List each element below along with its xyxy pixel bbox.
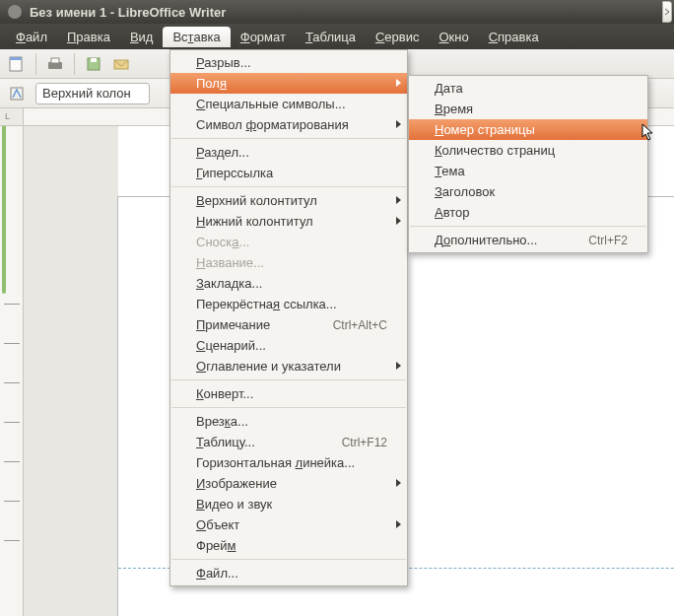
submenu-arrow-icon bbox=[396, 196, 401, 204]
insert-item-16[interactable]: Оглавление и указатели bbox=[170, 356, 407, 376]
menu-item-label: Гиперссылка bbox=[196, 166, 273, 180]
menu-item-label: Файл... bbox=[196, 566, 238, 581]
menu-item-label: Разрыв... bbox=[196, 55, 251, 70]
fields-item-2[interactable]: Номер страницы bbox=[409, 119, 647, 140]
styles-button[interactable] bbox=[6, 83, 28, 104]
menu-separator bbox=[171, 407, 406, 408]
insert-item-1[interactable]: Поля bbox=[170, 73, 407, 94]
fields-item-4[interactable]: Тема bbox=[409, 161, 647, 181]
menu-separator bbox=[171, 559, 406, 560]
titlebar: Без имени 1 - LibreOffice Writer bbox=[0, 0, 674, 24]
menu-item-label: Название... bbox=[196, 255, 264, 270]
submenu-arrow-icon bbox=[396, 79, 401, 87]
submenu-arrow-icon bbox=[396, 520, 401, 528]
insert-item-28[interactable]: Файл... bbox=[170, 563, 407, 583]
menu-separator bbox=[171, 379, 406, 380]
fields-item-6[interactable]: Автор bbox=[409, 202, 647, 223]
menu-вид[interactable]: Вид bbox=[120, 27, 164, 47]
menu-item-label: Перекрёстная ссылка... bbox=[196, 297, 337, 311]
menu-сервис[interactable]: Сервис bbox=[366, 27, 430, 47]
menu-item-label: Заголовок bbox=[435, 184, 495, 199]
menu-item-label: Дополнительно... bbox=[435, 233, 537, 247]
insert-item-3[interactable]: Символ форматирования bbox=[170, 114, 407, 135]
menu-формат[interactable]: Формат bbox=[231, 27, 296, 47]
submenu-arrow-icon bbox=[396, 120, 401, 128]
insert-item-5[interactable]: Раздел... bbox=[170, 142, 407, 163]
menu-item-label: Объект bbox=[196, 517, 239, 532]
menu-shortcut: Ctrl+F2 bbox=[565, 234, 628, 247]
svg-rect-5 bbox=[91, 58, 97, 62]
menu-item-label: Количество страниц bbox=[435, 143, 555, 158]
submenu-arrow-icon bbox=[396, 217, 401, 225]
menu-item-label: Врезка... bbox=[196, 414, 248, 429]
svg-rect-1 bbox=[10, 57, 22, 60]
app-icon bbox=[8, 5, 22, 19]
insert-item-23[interactable]: Изображение bbox=[170, 473, 407, 494]
insert-item-6[interactable]: Гиперссылка bbox=[170, 163, 407, 183]
insert-item-20[interactable]: Врезка... bbox=[170, 411, 407, 432]
save-button[interactable] bbox=[83, 53, 104, 75]
ruler-vertical[interactable] bbox=[0, 126, 24, 616]
mail-button[interactable] bbox=[110, 53, 132, 75]
submenu-arrow-icon bbox=[396, 479, 401, 487]
ruler-tick bbox=[4, 304, 20, 305]
menu-separator bbox=[410, 226, 646, 227]
ruler-tick bbox=[4, 422, 20, 423]
separator bbox=[35, 53, 36, 75]
menu-item-label: Таблицу... bbox=[196, 435, 255, 449]
insert-item-14[interactable]: ПримечаниеCtrl+Alt+C bbox=[170, 314, 407, 335]
new-doc-button[interactable] bbox=[6, 53, 28, 75]
paragraph-style-value: Верхний колон bbox=[42, 86, 131, 101]
insert-item-10: Сноска... bbox=[170, 232, 407, 252]
ruler-corner-label: L bbox=[5, 111, 10, 121]
menu-правка[interactable]: Правка bbox=[57, 27, 120, 47]
menu-вставка[interactable]: Вставка bbox=[163, 27, 230, 47]
insert-item-15[interactable]: Сценарий... bbox=[170, 335, 407, 356]
insert-item-0[interactable]: Разрыв... bbox=[170, 52, 407, 73]
menu-item-label: Сноска... bbox=[196, 235, 249, 249]
insert-item-24[interactable]: Видео и звук bbox=[170, 494, 407, 514]
menu-окно[interactable]: Окно bbox=[429, 27, 478, 47]
menu-справка[interactable]: Справка bbox=[479, 27, 549, 47]
insert-item-8[interactable]: Верхний колонтитул bbox=[170, 190, 407, 211]
toolbar-overflow-button[interactable] bbox=[662, 1, 672, 23]
menu-item-label: Раздел... bbox=[196, 145, 249, 160]
menubar: ФайлПравкаВидВставкаФорматТаблицаСервисО… bbox=[0, 24, 674, 49]
separator bbox=[74, 53, 75, 75]
fields-item-5[interactable]: Заголовок bbox=[409, 181, 647, 202]
insert-item-13[interactable]: Перекрёстная ссылка... bbox=[170, 294, 407, 314]
menu-item-label: Примечание bbox=[196, 317, 270, 332]
menu-item-label: Закладка... bbox=[196, 276, 262, 291]
insert-item-22[interactable]: Горизонтальная линейка... bbox=[170, 452, 407, 473]
insert-item-26[interactable]: Фрейм bbox=[170, 535, 407, 556]
insert-item-2[interactable]: Специальные символы... bbox=[170, 94, 407, 114]
menu-item-label: Дата bbox=[435, 81, 463, 96]
print-button[interactable] bbox=[44, 53, 66, 75]
fields-item-3[interactable]: Количество страниц bbox=[409, 140, 647, 161]
menu-item-label: Горизонтальная линейка... bbox=[196, 455, 355, 470]
svg-rect-3 bbox=[51, 58, 59, 63]
menu-separator bbox=[171, 186, 406, 187]
menu-item-label: Номер страницы bbox=[435, 122, 535, 137]
fields-item-0[interactable]: Дата bbox=[409, 78, 647, 99]
insert-item-12[interactable]: Закладка... bbox=[170, 273, 407, 294]
ruler-tick bbox=[4, 343, 20, 344]
menu-item-label: Специальные символы... bbox=[196, 97, 346, 111]
fields-item-8[interactable]: Дополнительно...Ctrl+F2 bbox=[409, 230, 647, 250]
menu-таблица[interactable]: Таблица bbox=[296, 27, 366, 47]
window-title: Без имени 1 - LibreOffice Writer bbox=[30, 5, 226, 20]
page-gutter bbox=[24, 126, 118, 616]
insert-item-18[interactable]: Конверт... bbox=[170, 383, 407, 404]
paragraph-style-select[interactable]: Верхний колон bbox=[35, 83, 150, 104]
window: Без имени 1 - LibreOffice Writer ФайлПра… bbox=[0, 0, 674, 616]
insert-item-25[interactable]: Объект bbox=[170, 514, 407, 535]
insert-item-21[interactable]: Таблицу...Ctrl+F12 bbox=[170, 432, 407, 452]
fields-item-1[interactable]: Время bbox=[409, 99, 647, 119]
menu-item-label: Конверт... bbox=[196, 386, 253, 401]
ruler-tick bbox=[4, 540, 20, 541]
insert-item-9[interactable]: Нижний колонтитул bbox=[170, 211, 407, 232]
menu-файл[interactable]: Файл bbox=[6, 27, 57, 47]
menu-item-label: Тема bbox=[435, 164, 465, 178]
menu-item-label: Нижний колонтитул bbox=[196, 214, 313, 229]
menu-item-label: Поля bbox=[196, 76, 227, 91]
